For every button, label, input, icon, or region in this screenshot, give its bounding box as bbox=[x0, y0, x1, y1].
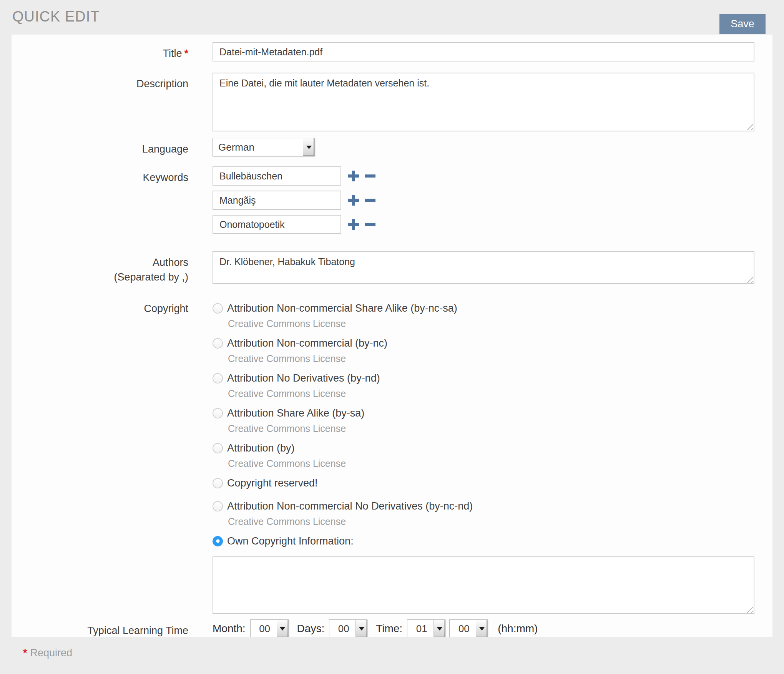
copyright-label: Copyright bbox=[12, 300, 188, 614]
header-bar: QUICK EDIT Save bbox=[0, 0, 784, 35]
description-textarea[interactable]: Eine Datei, die mit lauter Metadaten ver… bbox=[213, 73, 754, 131]
keyword-item bbox=[213, 215, 754, 234]
add-keyword-plus-icon[interactable] bbox=[348, 219, 359, 230]
keyword-input[interactable] bbox=[213, 191, 341, 210]
authors-textarea[interactable]: Dr. Klöbener, Habakuk Tibatong bbox=[213, 251, 754, 284]
own-copyright-textarea[interactable] bbox=[213, 556, 754, 614]
remove-keyword-minus-icon[interactable] bbox=[365, 174, 375, 178]
license-sublabel: Creative Commons License bbox=[228, 318, 754, 329]
hours-select[interactable]: 01 bbox=[407, 619, 445, 637]
copyright-option: Attribution Non-commercial No Derivative… bbox=[213, 498, 754, 527]
hhmm-hint: (hh:mm) bbox=[498, 623, 538, 635]
chevron-down-icon bbox=[277, 620, 288, 637]
copyright-option: Attribution Non-commercial (by-nc) Creat… bbox=[213, 335, 754, 364]
copyright-option-label[interactable]: Attribution No Derivatives (by-nd) bbox=[227, 372, 380, 384]
description-row: Description Eine Datei, die mit lauter M… bbox=[12, 73, 772, 131]
copyright-option-label[interactable]: Attribution Non-commercial (by-nc) bbox=[227, 337, 387, 349]
language-row: Language German bbox=[12, 138, 772, 156]
radio-button[interactable] bbox=[213, 303, 223, 314]
copyright-option: Attribution No Derivatives (by-nd) Creat… bbox=[213, 370, 754, 399]
radio-button[interactable] bbox=[213, 536, 223, 546]
copyright-option: Attribution (by) Creative Commons Licens… bbox=[213, 440, 754, 469]
add-keyword-plus-icon[interactable] bbox=[348, 171, 359, 181]
learning-time-row: Typical Learning Time Month: 00 Days: 00… bbox=[12, 619, 772, 637]
language-select[interactable]: German bbox=[213, 138, 315, 156]
language-label: Language bbox=[12, 138, 188, 156]
days-label: Days: bbox=[297, 623, 325, 635]
days-select[interactable]: 00 bbox=[329, 619, 367, 637]
month-label: Month: bbox=[213, 623, 246, 635]
license-sublabel: Creative Commons License bbox=[228, 353, 754, 364]
keyword-input[interactable] bbox=[213, 166, 341, 186]
required-asterisk: * bbox=[23, 647, 30, 659]
month-select[interactable]: 00 bbox=[250, 619, 289, 637]
copyright-option: Attribution Non-commercial Share Alike (… bbox=[213, 300, 754, 329]
keywords-row: Keywords bbox=[12, 166, 772, 239]
authors-row: Authors (Separated by ,) Dr. Klöbener, H… bbox=[12, 251, 772, 284]
copyright-option: Attribution Share Alike (by-sa) Creative… bbox=[213, 405, 754, 434]
copyright-option-label[interactable]: Attribution Share Alike (by-sa) bbox=[227, 407, 364, 419]
copyright-option: Own Copyright Information: bbox=[213, 533, 754, 549]
language-selected-value: German bbox=[213, 138, 303, 156]
required-asterisk: * bbox=[182, 48, 188, 59]
title-label: Title* bbox=[12, 42, 188, 61]
radio-button[interactable] bbox=[213, 408, 223, 418]
minutes-select[interactable]: 00 bbox=[449, 619, 488, 637]
chevron-down-icon bbox=[303, 138, 314, 156]
quick-edit-form: Title* Description Eine Datei, die mit l… bbox=[12, 35, 772, 637]
copyright-row: Copyright Attribution Non-commercial Sha… bbox=[12, 300, 772, 614]
chevron-down-icon bbox=[476, 620, 487, 637]
remove-keyword-minus-icon[interactable] bbox=[365, 199, 375, 202]
required-note: *Required bbox=[23, 647, 72, 659]
chevron-down-icon bbox=[355, 620, 367, 637]
copyright-option: Copyright reserved! bbox=[213, 475, 754, 491]
license-sublabel: Creative Commons License bbox=[228, 458, 754, 469]
add-keyword-plus-icon[interactable] bbox=[348, 195, 359, 206]
save-button[interactable]: Save bbox=[719, 14, 766, 34]
radio-button[interactable] bbox=[213, 478, 223, 488]
copyright-option-label[interactable]: Own Copyright Information: bbox=[227, 535, 354, 547]
radio-button[interactable] bbox=[213, 501, 223, 511]
page-title: QUICK EDIT bbox=[12, 8, 100, 25]
copyright-option-label[interactable]: Attribution (by) bbox=[227, 442, 295, 454]
title-row: Title* bbox=[12, 42, 772, 61]
authors-label: Authors (Separated by ,) bbox=[12, 251, 188, 284]
copyright-option-label[interactable]: Attribution Non-commercial No Derivative… bbox=[227, 500, 473, 512]
keyword-item bbox=[213, 166, 754, 186]
title-input[interactable] bbox=[213, 42, 754, 61]
remove-keyword-minus-icon[interactable] bbox=[365, 223, 375, 226]
footer-bar: *Required Save bbox=[0, 637, 784, 674]
copyright-option-label[interactable]: Attribution Non-commercial Share Alike (… bbox=[227, 302, 457, 314]
license-sublabel: Creative Commons License bbox=[228, 388, 754, 399]
license-sublabel: Creative Commons License bbox=[228, 516, 754, 527]
radio-button[interactable] bbox=[213, 373, 223, 383]
learning-time-label: Typical Learning Time bbox=[12, 619, 188, 637]
time-label: Time: bbox=[376, 623, 402, 635]
keywords-label: Keywords bbox=[12, 166, 188, 239]
keyword-input[interactable] bbox=[213, 215, 341, 234]
radio-button[interactable] bbox=[213, 443, 223, 453]
license-sublabel: Creative Commons License bbox=[228, 423, 754, 434]
description-label: Description bbox=[12, 73, 188, 131]
copyright-option-label[interactable]: Copyright reserved! bbox=[227, 477, 318, 489]
radio-button[interactable] bbox=[213, 338, 223, 349]
chevron-down-icon bbox=[434, 620, 445, 637]
keyword-item bbox=[213, 191, 754, 210]
